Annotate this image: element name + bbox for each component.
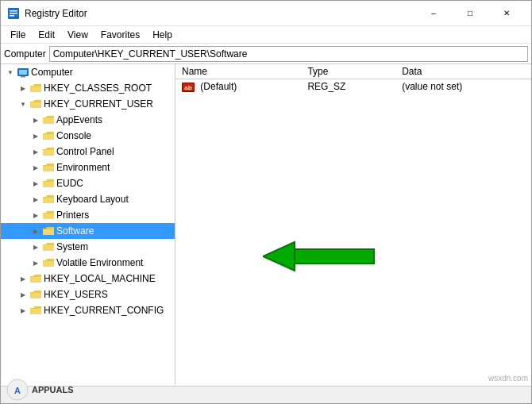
tree-label-control-panel: Control Panel bbox=[56, 146, 114, 157]
folder-icon-users bbox=[29, 288, 42, 301]
tree-node-control-panel[interactable]: Control Panel bbox=[1, 144, 175, 160]
tree-node-appevents[interactable]: AppEvents bbox=[1, 112, 175, 128]
folder-icon-software bbox=[42, 225, 55, 237]
tree-node-keyboard-layout[interactable]: Keyboard Layout bbox=[1, 191, 175, 207]
tree-node-software[interactable]: Software bbox=[1, 223, 175, 239]
folder-icon-local-machine bbox=[29, 272, 42, 285]
folder-icon-keyboard-layout bbox=[42, 193, 55, 206]
row-data: (value not set) bbox=[395, 79, 531, 94]
svg-rect-6 bbox=[21, 76, 25, 78]
tree-label-printers: Printers bbox=[56, 210, 89, 221]
close-button[interactable]: ✕ bbox=[488, 1, 525, 26]
svg-marker-24 bbox=[43, 214, 54, 219]
tree-node-computer[interactable]: Computer bbox=[1, 64, 175, 80]
folder-icon-environment bbox=[42, 161, 55, 174]
appuals-logo: A APPUALS bbox=[6, 379, 74, 401]
title-bar-text: Registry Editor bbox=[25, 8, 87, 19]
tree-node-hkey-classes-root[interactable]: HKEY_CLASSES_ROOT bbox=[1, 80, 175, 96]
folder-icon-control-panel bbox=[42, 145, 55, 158]
minimize-button[interactable]: – bbox=[415, 1, 452, 26]
tree-node-eudc[interactable]: EUDC bbox=[1, 175, 175, 191]
tree-label-system: System bbox=[56, 241, 88, 252]
tree-arrow-appevents bbox=[29, 114, 42, 126]
menu-file[interactable]: File bbox=[4, 28, 32, 42]
menu-bar: File Edit View Favorites Help bbox=[1, 26, 531, 44]
tree-label-classes-root: HKEY_CLASSES_ROOT bbox=[44, 83, 152, 94]
svg-marker-30 bbox=[43, 261, 54, 267]
svg-text:A: A bbox=[14, 386, 21, 395]
svg-marker-22 bbox=[43, 198, 54, 203]
svg-rect-37 bbox=[295, 249, 374, 264]
tree-node-hkey-local-machine[interactable]: HKEY_LOCAL_MACHINE bbox=[1, 271, 175, 287]
menu-view[interactable]: View bbox=[61, 28, 94, 42]
registry-editor-window: Registry Editor – □ ✕ File Edit View Fav… bbox=[0, 0, 532, 404]
menu-favorites[interactable]: Favorites bbox=[94, 28, 146, 42]
tree-arrow-software bbox=[29, 225, 42, 237]
tree-node-volatile-environment[interactable]: Volatile Environment bbox=[1, 255, 175, 271]
tree-node-environment[interactable]: Environment bbox=[1, 160, 175, 175]
tree-node-printers[interactable]: Printers bbox=[1, 207, 175, 223]
row-name: ab (Default) bbox=[175, 79, 301, 94]
folder-icon-volatile-environment bbox=[42, 256, 55, 269]
tree-pane[interactable]: Computer HKEY_CLASSES_ROOT HKEY_CURRENT_… bbox=[1, 64, 175, 386]
svg-rect-3 bbox=[10, 15, 14, 17]
folder-icon-appevents bbox=[42, 114, 55, 126]
tree-node-console[interactable]: Console bbox=[1, 128, 175, 144]
svg-marker-16 bbox=[43, 150, 54, 156]
svg-marker-20 bbox=[43, 182, 54, 187]
svg-rect-1 bbox=[10, 10, 17, 12]
maximize-button[interactable]: □ bbox=[452, 1, 488, 26]
svg-marker-14 bbox=[43, 134, 54, 140]
address-input[interactable] bbox=[49, 46, 528, 62]
tree-arrow-current-user bbox=[17, 98, 29, 110]
folder-icon-eudc bbox=[42, 177, 55, 190]
menu-edit[interactable]: Edit bbox=[32, 28, 61, 42]
tree-node-hkey-users[interactable]: HKEY_USERS bbox=[1, 287, 175, 302]
status-bar: A APPUALS bbox=[1, 386, 531, 403]
svg-rect-5 bbox=[19, 70, 27, 75]
svg-marker-38 bbox=[263, 242, 295, 271]
tree-node-system[interactable]: System bbox=[1, 239, 175, 255]
tree-label-eudc: EUDC bbox=[56, 178, 83, 189]
table-row[interactable]: ab (Default) REG_SZ (value not set) bbox=[175, 79, 531, 94]
svg-marker-10 bbox=[30, 102, 41, 108]
tree-label-appevents: AppEvents bbox=[56, 114, 102, 125]
tree-node-hkey-current-config[interactable]: HKEY_CURRENT_CONFIG bbox=[1, 302, 175, 318]
svg-marker-32 bbox=[30, 277, 41, 283]
content-area: Computer HKEY_CLASSES_ROOT HKEY_CURRENT_… bbox=[1, 64, 531, 386]
row-type: REG_SZ bbox=[301, 79, 395, 94]
folder-icon-system bbox=[42, 240, 55, 253]
svg-marker-36 bbox=[30, 309, 41, 314]
tree-label-computer: Computer bbox=[31, 67, 73, 78]
address-bar: Computer bbox=[1, 44, 531, 64]
tree-label-current-config: HKEY_CURRENT_CONFIG bbox=[44, 305, 164, 316]
tree-label-current-user: HKEY_CURRENT_USER bbox=[44, 98, 153, 110]
tree-label-console: Console bbox=[56, 130, 91, 141]
tree-label-software: Software bbox=[56, 225, 94, 237]
tree-arrow-computer bbox=[4, 66, 17, 79]
menu-help[interactable]: Help bbox=[146, 28, 179, 42]
folder-icon-current-config bbox=[29, 304, 42, 317]
svg-marker-34 bbox=[30, 293, 41, 298]
svg-marker-18 bbox=[43, 166, 54, 171]
tree-arrow-control-panel bbox=[29, 145, 42, 158]
address-label: Computer bbox=[4, 48, 46, 60]
title-bar-controls: – □ ✕ bbox=[415, 1, 525, 26]
tree-label-local-machine: HKEY_LOCAL_MACHINE bbox=[44, 273, 156, 284]
tree-node-hkey-current-user[interactable]: HKEY_CURRENT_USER bbox=[1, 96, 175, 112]
tree-arrow-volatile-environment bbox=[29, 256, 42, 269]
folder-icon-printers bbox=[42, 209, 55, 221]
tree-label-users: HKEY_USERS bbox=[44, 289, 108, 300]
annotation-arrow bbox=[263, 237, 390, 277]
tree-arrow-keyboard-layout bbox=[29, 193, 42, 206]
tree-arrow-classes-root bbox=[17, 82, 29, 94]
col-name: Name bbox=[175, 64, 301, 79]
tree-label-environment: Environment bbox=[56, 162, 110, 173]
tree-arrow-local-machine bbox=[17, 272, 29, 285]
tree-arrow-current-config bbox=[17, 304, 29, 317]
watermark: wsxdn.com bbox=[488, 374, 528, 383]
registry-editor-icon bbox=[7, 7, 20, 20]
data-pane: Name Type Data ab (Default) REG_SZ (valu… bbox=[175, 64, 531, 386]
ab-icon: ab bbox=[182, 83, 195, 92]
svg-marker-28 bbox=[43, 245, 54, 251]
